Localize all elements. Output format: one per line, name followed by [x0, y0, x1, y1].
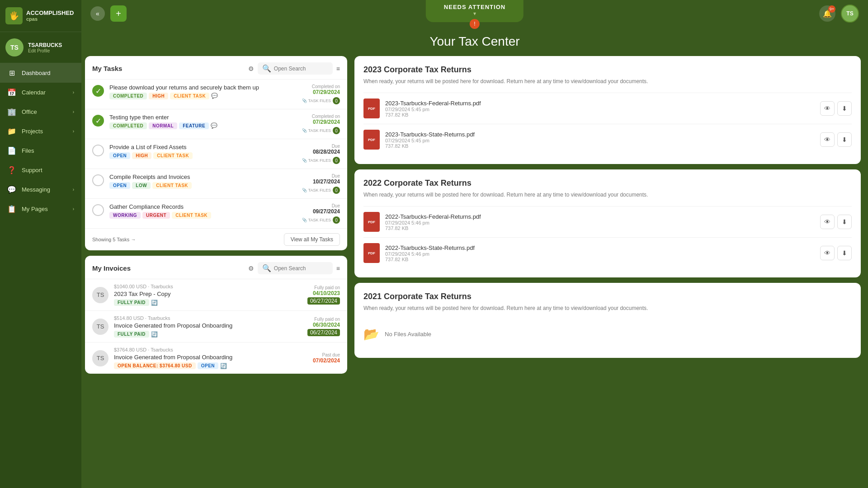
- filter-icon[interactable]: ⚙: [248, 265, 254, 272]
- task-checkbox[interactable]: ✓: [92, 85, 104, 97]
- tax-section-2022: 2022 Corporate Tax Returns When ready, y…: [354, 169, 861, 277]
- invoice-content: $3764.80 USD · Tsarbucks Invoice Generat…: [114, 347, 276, 369]
- preview-button[interactable]: 👁: [820, 132, 835, 147]
- left-panel: My Tasks ⚙ 🔍 ≡ ✓ Please download your: [85, 56, 347, 488]
- task-files-count: 0: [333, 216, 340, 224]
- task-meta-date: 10/27/2024: [286, 178, 340, 185]
- notification-badge: 9+: [828, 5, 835, 13]
- sidebar-item-label: Office: [22, 108, 37, 115]
- badge-open-status: OPEN: [198, 362, 218, 369]
- download-button[interactable]: ⬇: [837, 246, 852, 260]
- sidebar-item-my-pages[interactable]: 📋 My Pages ›: [0, 199, 81, 219]
- file-info: 2023-Tsarbucks-Federal-Returns.pdf 07/29…: [385, 100, 815, 117]
- tax-section-title: 2023 Corporate Tax Returns: [363, 65, 852, 75]
- file-item: 2023-Tsarbucks-State-Returns.pdf 07/29/2…: [363, 124, 852, 155]
- invoice-name: Invoice Generated from Proposal Onboardi…: [114, 322, 276, 329]
- task-content: Gather Compliance Records WORKING URGENT…: [109, 203, 280, 219]
- task-files-count: 0: [333, 127, 340, 134]
- pdf-icon: [363, 243, 380, 263]
- invoices-search-box[interactable]: 🔍: [258, 262, 333, 274]
- tasks-search-box[interactable]: 🔍: [258, 62, 333, 75]
- task-name: Gather Compliance Records: [109, 203, 280, 210]
- invoice-badges: FULLY PAID 🔄: [114, 299, 276, 306]
- tax-section-desc: When ready, your returns will be posted …: [363, 304, 852, 312]
- needs-attention-banner[interactable]: NEEDS ATTENTION ▾ !: [426, 0, 524, 22]
- badge-client-task: CLIENT TASK: [153, 152, 193, 159]
- tasks-sort-icon[interactable]: ≡: [336, 65, 340, 72]
- tax-section-desc: When ready, your returns will be posted …: [363, 191, 852, 199]
- sidebar-item-calendar[interactable]: 📅 Calendar ›: [0, 83, 81, 102]
- download-button[interactable]: ⬇: [837, 132, 852, 147]
- table-row: Gather Compliance Records WORKING URGENT…: [85, 198, 347, 228]
- task-checkbox[interactable]: [92, 145, 104, 156]
- list-item: TS $1040.00 USD · Tsarbucks 2023 Tax Pre…: [85, 279, 347, 310]
- invoice-meta-label: Fully paid on: [281, 317, 340, 322]
- task-meta-label: Completed on: [286, 84, 340, 89]
- sidebar-item-dashboard[interactable]: ⊞ Dashboard: [0, 63, 81, 83]
- add-button[interactable]: +: [110, 5, 127, 22]
- preview-button[interactable]: 👁: [820, 246, 835, 260]
- search-icon: 🔍: [262, 264, 271, 272]
- task-name: Testing type then enter: [109, 114, 280, 121]
- task-badges: COMPLETED NORMAL FEATURE 💬: [109, 122, 280, 129]
- badge-feature: FEATURE: [179, 122, 209, 129]
- task-checkbox[interactable]: ✓: [92, 115, 104, 127]
- badge-fully-paid: FULLY PAID: [114, 299, 149, 306]
- download-button[interactable]: ⬇: [837, 101, 852, 116]
- task-content: Testing type then enter COMPLETED NORMAL…: [109, 114, 280, 129]
- download-button[interactable]: ⬇: [837, 215, 852, 229]
- sidebar-item-label: Files: [22, 147, 34, 154]
- task-files-count: 0: [333, 187, 340, 194]
- invoice-name: Invoice Generated from Proposal Onboardi…: [114, 354, 276, 361]
- task-checkbox[interactable]: [92, 174, 104, 186]
- page-title-bar: Your Tax Center: [81, 27, 868, 52]
- badge-completed: COMPLETED: [109, 122, 147, 129]
- app-tagline: cpas: [26, 16, 74, 22]
- sidebar-item-files[interactable]: 📄 Files: [0, 141, 81, 160]
- pdf-icon: [363, 130, 380, 150]
- invoices-search-input[interactable]: [274, 265, 328, 272]
- tax-section-desc: When ready, your returns will be posted …: [363, 77, 852, 85]
- files-icon: 📄: [7, 146, 16, 155]
- avatar: TS: [92, 350, 108, 366]
- badge-high: HIGH: [132, 152, 151, 159]
- preview-button[interactable]: 👁: [820, 215, 835, 229]
- tax-section-title: 2021 Corporate Tax Returns: [363, 292, 852, 301]
- task-content: Provide a List of Fixed Assets OPEN HIGH…: [109, 144, 280, 159]
- preview-button[interactable]: 👁: [820, 101, 835, 116]
- file-size: 737.82 KB: [385, 112, 815, 117]
- edit-profile-link[interactable]: Edit Profile: [28, 48, 62, 53]
- sidebar-item-label: Calendar: [22, 89, 46, 96]
- avatar: TS: [92, 287, 108, 303]
- view-all-tasks-button[interactable]: View all My Tasks: [284, 233, 340, 246]
- sidebar-item-support[interactable]: ❓ Support: [0, 160, 81, 180]
- chat-icon: 💬: [211, 93, 218, 99]
- chat-icon: 💬: [211, 122, 217, 129]
- invoice-header: $514.80 USD · Tsarbucks: [114, 315, 276, 321]
- task-meta-date: 08/28/2024: [286, 149, 340, 155]
- task-meta-date: 07/29/2024: [286, 89, 340, 95]
- sidebar-item-messaging[interactable]: 💬 Messaging ›: [0, 180, 81, 199]
- badge-fully-paid: FULLY PAID: [114, 331, 149, 338]
- notification-button[interactable]: 🔔 9+: [819, 5, 835, 22]
- collapse-button[interactable]: «: [90, 6, 105, 21]
- user-name: TSARBUCKS: [28, 42, 62, 48]
- sidebar-item-projects[interactable]: 📁 Projects ›: [0, 122, 81, 141]
- profile-avatar[interactable]: TS: [841, 5, 859, 23]
- file-actions: 👁 ⬇: [820, 215, 852, 229]
- task-meta-label: Completed on: [286, 114, 340, 119]
- tasks-search-input[interactable]: [274, 66, 328, 72]
- sidebar-item-office[interactable]: 🏢 Office ›: [0, 102, 81, 122]
- file-size: 737.82 KB: [385, 257, 815, 262]
- user-section: TS TSARBUCKS Edit Profile: [0, 32, 81, 63]
- file-name: 2023-Tsarbucks-State-Returns.pdf: [385, 131, 815, 138]
- invoice-date-2: 06/27/2024: [307, 329, 340, 336]
- list-item: TS $3764.80 USD · Tsarbucks Invoice Gene…: [85, 342, 347, 374]
- task-badges: OPEN HIGH CLIENT TASK: [109, 152, 280, 159]
- invoices-sort-icon[interactable]: ≡: [336, 265, 340, 272]
- task-checkbox[interactable]: [92, 204, 104, 216]
- invoices-card-controls: ⚙ 🔍 ≡: [248, 262, 340, 274]
- file-date: 07/29/2024 5:46 pm: [385, 251, 815, 257]
- file-item: 2022-Tsarbucks-Federal-Returns.pdf 07/29…: [363, 206, 852, 237]
- filter-icon[interactable]: ⚙: [248, 65, 254, 72]
